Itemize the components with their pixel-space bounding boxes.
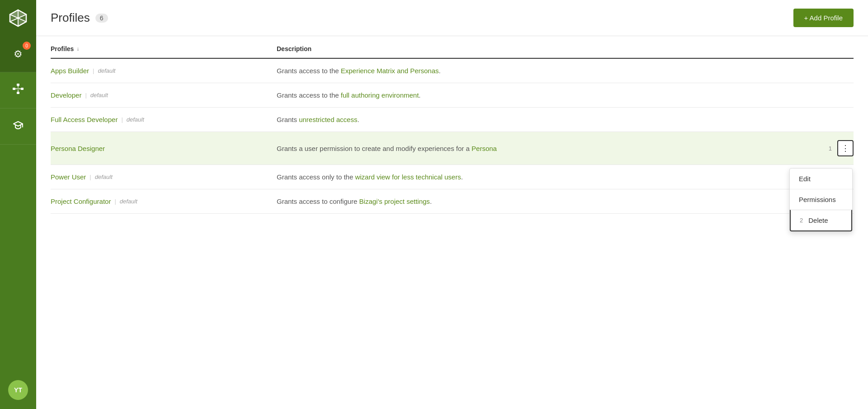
- cell-profile-power-user: Power User | default: [51, 173, 277, 181]
- profile-name-developer[interactable]: Developer: [51, 91, 81, 99]
- table-row: Apps Builder | default Grants access to …: [51, 59, 854, 83]
- profile-name-persona-designer[interactable]: Persona Designer: [51, 145, 105, 152]
- page-title: Profiles: [51, 11, 90, 25]
- table-row: Developer | default Grants access to the…: [51, 83, 854, 108]
- add-profile-button[interactable]: + Add Profile: [793, 9, 854, 27]
- sidebar-user-section: YT: [8, 380, 28, 400]
- learning-icon: [12, 119, 24, 134]
- cell-profile-developer: Developer | default: [51, 91, 277, 99]
- link-full-authoring[interactable]: full authoring environment: [341, 91, 419, 99]
- cell-description-full-access-developer: Grants unrestricted access.: [277, 116, 854, 123]
- context-menu-delete[interactable]: 2 Delete: [790, 210, 852, 231]
- svg-rect-7: [17, 84, 19, 86]
- link-bizagi-settings[interactable]: Bizagi's project settings: [359, 197, 430, 205]
- delete-label: Delete: [808, 216, 828, 224]
- profile-default-label: default: [90, 92, 108, 99]
- cell-description-persona-designer: Grants a user permission to create and m…: [277, 145, 829, 152]
- profile-name-apps-builder[interactable]: Apps Builder: [51, 67, 89, 75]
- cell-description-developer: Grants access to the full authoring envi…: [277, 91, 854, 99]
- profile-count-badge: 6: [95, 14, 108, 23]
- link-persona[interactable]: Persona: [472, 145, 497, 152]
- svg-rect-10: [17, 92, 19, 94]
- profile-name-power-user[interactable]: Power User: [51, 173, 86, 181]
- annotation-2: 2: [800, 217, 803, 224]
- annotation-1: 1: [829, 145, 832, 152]
- workflow-badge: 0: [23, 42, 31, 50]
- app-logo[interactable]: [0, 0, 36, 36]
- content-area: Profiles ↓ Description Apps Builder | de…: [36, 36, 868, 409]
- sidebar: 0 ⚙ YT: [0, 0, 36, 409]
- context-menu-permissions[interactable]: Permissions: [790, 189, 852, 210]
- profile-default-label: default: [127, 116, 144, 123]
- sidebar-item-org[interactable]: [0, 72, 36, 108]
- link-wizard-view[interactable]: wizard view for less technical users: [355, 173, 461, 181]
- user-avatar[interactable]: YT: [8, 380, 28, 400]
- sort-icon: ↓: [76, 46, 79, 52]
- table-header-row: Profiles ↓ Description: [51, 36, 854, 59]
- table-row: Power User | default Grants access only …: [51, 165, 854, 189]
- table-row: Project Configurator | default Grants ac…: [51, 189, 854, 214]
- page-header: Profiles 6 + Add Profile: [36, 0, 868, 36]
- edit-label: Edit: [799, 175, 811, 183]
- profiles-table: Profiles ↓ Description Apps Builder | de…: [51, 36, 854, 214]
- column-header-profile[interactable]: Profiles ↓: [51, 45, 277, 52]
- workflows-icon: ⚙: [14, 48, 23, 60]
- profile-default-label: default: [120, 198, 137, 205]
- cell-description-power-user: Grants access only to the wizard view fo…: [277, 173, 854, 181]
- sidebar-item-learning[interactable]: [0, 108, 36, 145]
- link-unrestricted-access[interactable]: unrestricted access: [299, 116, 357, 123]
- cell-profile-apps-builder: Apps Builder | default: [51, 67, 277, 75]
- cell-description-apps-builder: Grants access to the Experience Matrix a…: [277, 67, 854, 75]
- sidebar-item-workflows[interactable]: 0 ⚙: [0, 36, 36, 72]
- org-icon: [12, 83, 24, 98]
- more-options-button[interactable]: ⋮ Edit Permissions 2 Delete: [837, 140, 854, 156]
- profile-default-label: default: [95, 174, 113, 180]
- page-title-section: Profiles 6: [51, 11, 108, 25]
- link-experience-matrix[interactable]: Experience Matrix and Personas: [341, 67, 439, 75]
- profile-name-full-access-developer[interactable]: Full Access Developer: [51, 116, 118, 123]
- header-actions: + Add Profile: [793, 9, 854, 27]
- profile-name-project-configurator[interactable]: Project Configurator: [51, 197, 111, 205]
- table-row: Full Access Developer | default Grants u…: [51, 108, 854, 132]
- column-description-label: Description: [277, 45, 311, 52]
- context-menu: Edit Permissions 2 Delete: [789, 168, 853, 232]
- profile-default-label: default: [98, 67, 115, 74]
- cell-profile-full-access-developer: Full Access Developer | default: [51, 116, 277, 123]
- column-profile-label: Profiles: [51, 45, 74, 52]
- cell-description-project-configurator: Grants access to configure Bizagi's proj…: [277, 197, 854, 205]
- main-content: Profiles 6 + Add Profile Profiles ↓ Desc…: [36, 0, 868, 409]
- permissions-label: Permissions: [799, 196, 836, 203]
- cell-profile-project-configurator: Project Configurator | default: [51, 197, 277, 205]
- cell-profile-persona-designer: Persona Designer: [51, 145, 277, 152]
- context-menu-edit[interactable]: Edit: [790, 169, 852, 189]
- row-actions-persona-designer: 1 ⋮ Edit Permissions 2 De: [829, 140, 854, 156]
- table-row: Persona Designer Grants a user permissio…: [51, 132, 854, 165]
- column-header-description: Description: [277, 45, 854, 52]
